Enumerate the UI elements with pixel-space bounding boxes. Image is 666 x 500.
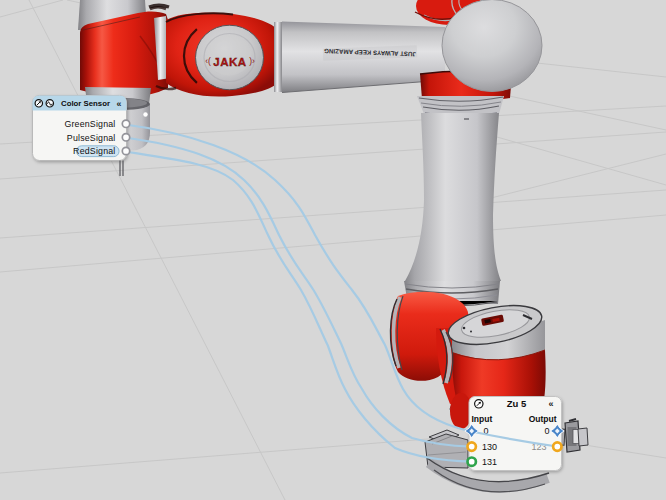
- svg-text:Color Sensor: Color Sensor: [61, 99, 110, 108]
- svg-text:GreenSignal: GreenSignal: [64, 119, 115, 129]
- svg-text:JAKA: JAKA: [213, 56, 246, 68]
- svg-text:‹(: ‹(: [205, 56, 211, 66]
- svg-text:130: 130: [482, 442, 497, 452]
- svg-text:)›: )›: [249, 56, 255, 66]
- svg-text:131: 131: [482, 457, 497, 467]
- svg-text:0: 0: [544, 426, 549, 436]
- svg-text:Zu 5: Zu 5: [507, 398, 527, 409]
- svg-text:Output: Output: [529, 414, 557, 424]
- svg-text:RedSignal: RedSignal: [73, 146, 115, 156]
- svg-text:Input: Input: [472, 414, 493, 424]
- svg-text:PulseSignal: PulseSignal: [67, 133, 116, 143]
- svg-text:«: «: [549, 399, 554, 409]
- svg-text:«: «: [117, 99, 122, 109]
